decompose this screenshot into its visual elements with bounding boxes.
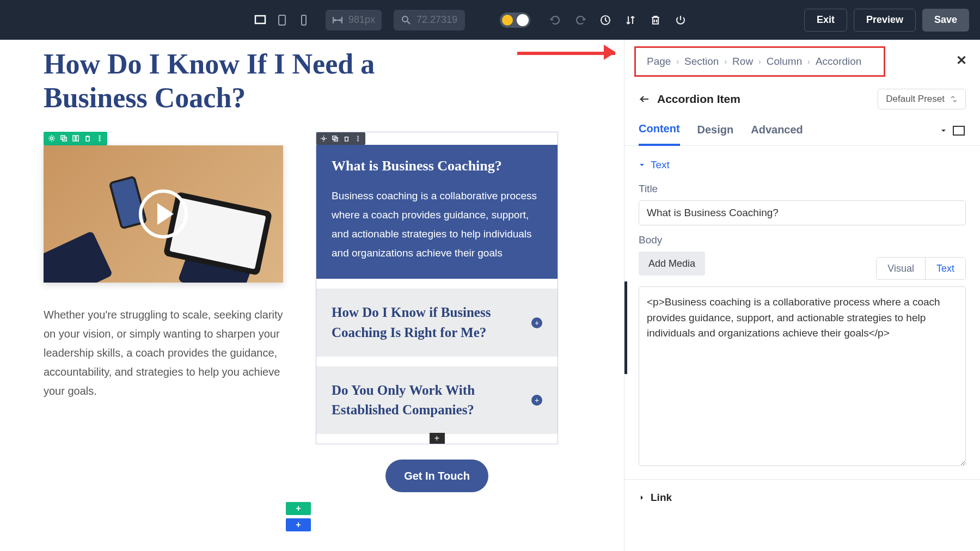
- more-icon[interactable]: [95, 134, 103, 143]
- close-icon[interactable]: ✕: [956, 53, 967, 68]
- add-media-button[interactable]: Add Media: [639, 252, 705, 276]
- phone-device-button[interactable]: [295, 11, 313, 29]
- accordion-item-title: Do You Only Work With Established Compan…: [332, 381, 531, 420]
- breadcrumb-item[interactable]: Row: [732, 56, 753, 68]
- svg-point-16: [357, 136, 358, 137]
- svg-point-17: [357, 138, 358, 139]
- text-section-toggle[interactable]: Text: [624, 146, 980, 174]
- width-indicator[interactable]: 981px: [326, 10, 382, 30]
- chevron-down-icon[interactable]: [940, 127, 947, 134]
- breadcrumb-item[interactable]: Accordion: [816, 56, 862, 68]
- link-section-toggle[interactable]: Link: [624, 479, 980, 516]
- device-switcher: [252, 11, 313, 29]
- tab-advanced[interactable]: Advanced: [751, 124, 803, 145]
- title-label: Title: [624, 174, 980, 200]
- exit-button[interactable]: Exit: [804, 9, 847, 32]
- body-textarea[interactable]: [639, 286, 966, 466]
- annotation-arrow: [517, 46, 615, 59]
- expand-icon[interactable]: +: [531, 317, 542, 328]
- settings-panel: ✕ Page› Section› Row› Column› Accordion …: [624, 40, 980, 551]
- expand-icon[interactable]: +: [531, 395, 542, 406]
- svg-point-11: [99, 138, 100, 139]
- video-module[interactable]: [44, 145, 283, 283]
- top-toolbar: 981px 72.27319 Exit Preview Save: [0, 0, 980, 40]
- svg-point-13: [323, 137, 325, 139]
- save-button[interactable]: Save: [922, 9, 969, 32]
- power-icon[interactable]: [672, 11, 689, 29]
- svg-point-5: [51, 137, 53, 139]
- theme-toggle[interactable]: [500, 13, 530, 28]
- gear-icon[interactable]: [47, 134, 56, 143]
- svg-point-18: [357, 140, 358, 141]
- tablet-device-button[interactable]: [273, 11, 291, 29]
- trash-icon[interactable]: [647, 11, 664, 29]
- breadcrumb-item[interactable]: Page: [647, 56, 671, 68]
- more-icon[interactable]: [354, 134, 362, 143]
- svg-point-12: [99, 140, 100, 142]
- svg-rect-9: [76, 136, 78, 141]
- svg-rect-2: [302, 15, 306, 25]
- svg-rect-0: [255, 16, 265, 23]
- tab-design[interactable]: Design: [697, 124, 734, 145]
- gear-icon[interactable]: [320, 134, 328, 143]
- body-label: Body: [624, 225, 980, 252]
- columns-icon[interactable]: [71, 134, 79, 143]
- preset-button[interactable]: Default Preset: [878, 89, 966, 109]
- svg-rect-19: [953, 126, 964, 135]
- accordion-item-title: How Do I Know if Business Coaching Is Ri…: [332, 303, 531, 342]
- duplicate-icon[interactable]: [331, 134, 339, 143]
- width-value: 981px: [348, 14, 375, 26]
- accordion-item-closed[interactable]: Do You Only Work With Established Compan…: [316, 366, 558, 434]
- text-tab[interactable]: Text: [925, 258, 965, 279]
- add-item-button[interactable]: +: [430, 433, 445, 444]
- svg-rect-1: [279, 15, 285, 25]
- play-icon[interactable]: [139, 189, 188, 238]
- trash-icon[interactable]: [83, 134, 91, 143]
- tab-content[interactable]: Content: [639, 123, 680, 146]
- zoom-value: 72.27319: [416, 14, 457, 26]
- accordion-module[interactable]: What is Business Coaching? Business coac…: [316, 132, 558, 445]
- accordion-item-closed[interactable]: How Do I Know if Business Coaching Is Ri…: [316, 289, 558, 357]
- back-icon[interactable]: [639, 93, 651, 105]
- zoom-indicator[interactable]: 72.27319: [394, 10, 465, 30]
- panel-title: Accordion Item: [657, 93, 740, 106]
- history-icon[interactable]: [597, 11, 614, 29]
- breadcrumb-item[interactable]: Column: [767, 56, 802, 68]
- accordion-item-body: Business coaching is a collaborative pro…: [332, 186, 542, 263]
- svg-point-3: [402, 16, 408, 22]
- title-input[interactable]: [639, 200, 966, 225]
- add-section-button[interactable]: +: [286, 502, 311, 515]
- duplicate-icon[interactable]: [59, 134, 68, 143]
- visual-tab[interactable]: Visual: [877, 258, 925, 279]
- breadcrumb: Page› Section› Row› Column› Accordion: [634, 46, 885, 77]
- accordion-item-open[interactable]: What is Business Coaching? Business coac…: [316, 145, 558, 279]
- intro-text[interactable]: Whether you're struggling to scale, seek…: [44, 305, 283, 401]
- preview-button[interactable]: Preview: [854, 9, 916, 32]
- svg-rect-8: [73, 136, 75, 141]
- accordion-controls[interactable]: [316, 132, 365, 145]
- cta-button[interactable]: Get In Touch: [385, 460, 488, 492]
- accordion-item-title: What is Business Coaching?: [332, 158, 542, 174]
- editor-mode-tabs: Visual Text: [876, 257, 966, 280]
- svg-point-10: [99, 136, 100, 137]
- undo-icon[interactable]: [547, 11, 564, 29]
- desktop-device-button[interactable]: [252, 11, 269, 29]
- breadcrumb-item[interactable]: Section: [684, 56, 719, 68]
- redo-icon[interactable]: [572, 11, 589, 29]
- trash-icon[interactable]: [342, 134, 351, 143]
- add-row-button[interactable]: +: [286, 518, 311, 531]
- responsive-icon[interactable]: [952, 125, 966, 137]
- panel-tabs: Content Design Advanced: [624, 109, 980, 146]
- editor-canvas: How Do I Know If I Need a Business Coach…: [0, 40, 624, 551]
- sort-icon[interactable]: [622, 11, 639, 29]
- module-controls[interactable]: [44, 132, 107, 145]
- page-title[interactable]: How Do I Know If I Need a Business Coach…: [44, 47, 468, 115]
